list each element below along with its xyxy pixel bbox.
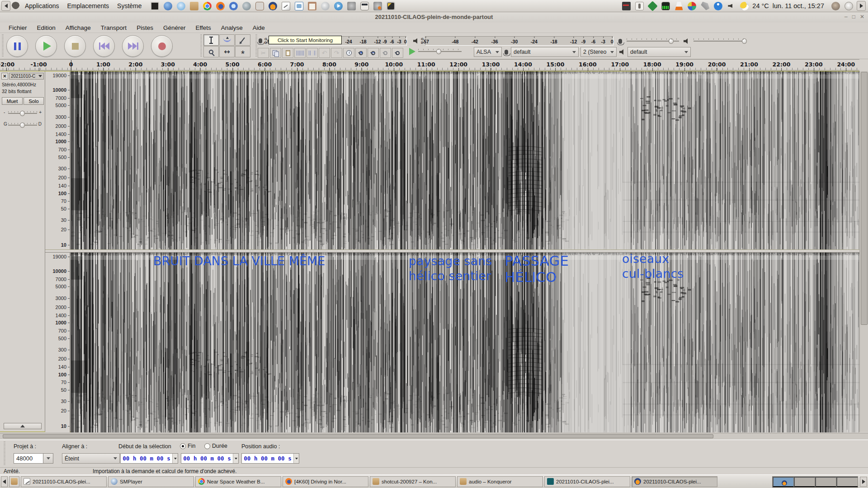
launcher[interactable] [164, 2, 172, 10]
applet[interactable] [714, 2, 722, 10]
frequency-ruler[interactable]: 1900010000700050003000200014001000700500… [45, 253, 70, 432]
launcher[interactable] [282, 2, 290, 10]
launcher[interactable] [229, 2, 238, 10]
launcher[interactable] [151, 2, 159, 10]
launcher[interactable] [216, 2, 225, 10]
frequency-ruler[interactable]: 1900010000700050003000200014001000700500… [45, 71, 70, 249]
envelope-button[interactable] [219, 34, 235, 46]
applet[interactable] [688, 2, 696, 10]
panel-expand-button[interactable] [857, 1, 866, 11]
sync-lock-button[interactable] [343, 48, 354, 58]
spectrogram-right[interactable]: BRUIT DANS LA VILLE MÊME paysage sans hé… [71, 253, 859, 432]
launcher[interactable] [387, 2, 395, 10]
time-shift-button[interactable] [219, 46, 235, 57]
undo-button[interactable] [319, 48, 330, 58]
redo-button[interactable] [331, 48, 342, 58]
panel-menu[interactable]: Emplacements [63, 2, 113, 9]
paste-button[interactable] [282, 48, 293, 58]
menu-item[interactable]: Aide [248, 24, 270, 31]
taskbar-item[interactable]: 20211010-CILAOS-plei... [21, 476, 107, 487]
zoom-selection-button[interactable] [380, 48, 391, 58]
menu-item[interactable]: Fichier [4, 24, 32, 31]
show-desktop-button[interactable] [9, 476, 19, 487]
project-rate-select[interactable]: 48000 [14, 453, 53, 464]
taskbar-item[interactable]: shotcut-200927 – Kon... [370, 476, 456, 487]
playback-volume-slider[interactable] [693, 38, 746, 44]
multi-button[interactable] [235, 46, 250, 57]
snap-select[interactable]: Éteint [62, 453, 120, 464]
recording-device-select[interactable]: default [511, 47, 579, 57]
audio-position-field[interactable]: 00 h 00 m 00 s [241, 453, 299, 464]
applet[interactable] [701, 2, 709, 10]
play-button[interactable] [35, 35, 57, 57]
radio-end[interactable]: Fin [180, 443, 195, 449]
taskbar-item[interactable]: SMPlayer [108, 476, 194, 487]
cut-button[interactable] [258, 48, 269, 58]
launcher[interactable] [242, 2, 251, 10]
radio-unselected-icon[interactable] [204, 443, 210, 449]
selection-end-field[interactable]: 00 h 00 m 00 s [181, 453, 239, 464]
menu-item[interactable]: Edition [32, 24, 61, 31]
chevron-down-icon[interactable] [172, 454, 178, 463]
horizontal-scrollbar[interactable] [0, 433, 868, 439]
taskbar-item[interactable]: audio – Konqueror [457, 476, 543, 487]
taskbar-scroll-right-button[interactable] [860, 477, 867, 487]
zoom-out-button[interactable] [368, 48, 379, 58]
applet[interactable] [648, 2, 657, 10]
applet[interactable] [740, 2, 749, 10]
trim-button[interactable] [294, 48, 306, 58]
vertical-scrollbar[interactable] [859, 71, 868, 432]
launcher[interactable] [177, 2, 185, 10]
launcher[interactable] [373, 2, 382, 10]
workspace[interactable] [815, 477, 836, 487]
minimize-button[interactable]: – [844, 14, 848, 20]
zoom-in-button[interactable] [355, 48, 367, 58]
track-name-dropdown[interactable]: 20211010-C [9, 73, 44, 80]
workspace[interactable] [773, 477, 794, 487]
window-titlebar[interactable]: 20211010-CILAOS-plein-de-monde-partout –… [0, 12, 868, 23]
panel-menu[interactable]: Système [113, 2, 146, 9]
play-at-speed-button[interactable] [409, 48, 415, 55]
taskbar-item[interactable]: Near Space Weather B... [195, 476, 281, 487]
launcher[interactable] [334, 2, 343, 10]
workspace[interactable] [794, 477, 815, 487]
taskbar-item[interactable]: 20211010-CILAOS-plei... [632, 476, 717, 487]
skip-start-button[interactable] [93, 35, 115, 57]
horizontal-scrollbar-thumb[interactable] [3, 434, 713, 438]
applet[interactable] [727, 2, 736, 10]
launcher[interactable] [321, 2, 330, 10]
taskbar-item[interactable]: 20211010-CILAOS-plei... [544, 476, 630, 487]
taskbar-item[interactable]: [4K60] Driving in Nor... [283, 476, 368, 487]
selection-start-field[interactable]: 00 h 00 m 00 s [120, 453, 178, 464]
launcher[interactable] [203, 2, 212, 10]
clock[interactable]: lun. 11 oct., 15:27 [773, 2, 824, 9]
chevron-down-icon[interactable] [293, 454, 299, 463]
audio-host-select[interactable]: ALSA [474, 47, 502, 57]
launcher[interactable] [269, 2, 277, 10]
applet[interactable] [622, 2, 631, 10]
tray-item[interactable] [831, 2, 840, 10]
record-button[interactable] [151, 35, 173, 57]
taskbar-scroll-left-button[interactable] [1, 476, 8, 487]
panel-hide-button[interactable] [1, 1, 10, 11]
stop-button[interactable] [64, 35, 86, 57]
launcher[interactable] [308, 2, 316, 10]
menu-item[interactable]: Effets [190, 24, 216, 31]
zoom-button[interactable] [203, 46, 219, 57]
recording-volume-slider[interactable] [627, 38, 679, 44]
spectrogram-left[interactable] [71, 71, 859, 249]
selection-button[interactable] [203, 34, 219, 46]
launcher[interactable] [190, 2, 198, 10]
panel-menu[interactable]: Applications [21, 2, 63, 9]
playback-meter[interactable]: G D -57-48-42-36-30-24-18-12-9-6-30 [412, 35, 613, 47]
close-button[interactable]: ✕ [860, 14, 864, 20]
menu-item[interactable]: Générer [158, 24, 191, 31]
tray-item[interactable] [844, 2, 853, 10]
solo-button[interactable]: Solo [24, 97, 44, 105]
applet[interactable] [635, 2, 644, 10]
applet[interactable] [661, 2, 670, 10]
chevron-down-icon[interactable] [43, 453, 53, 464]
zoom-fit-button[interactable] [392, 48, 403, 58]
close-track-button[interactable]: ✕ [1, 73, 8, 80]
draw-button[interactable] [235, 34, 250, 46]
